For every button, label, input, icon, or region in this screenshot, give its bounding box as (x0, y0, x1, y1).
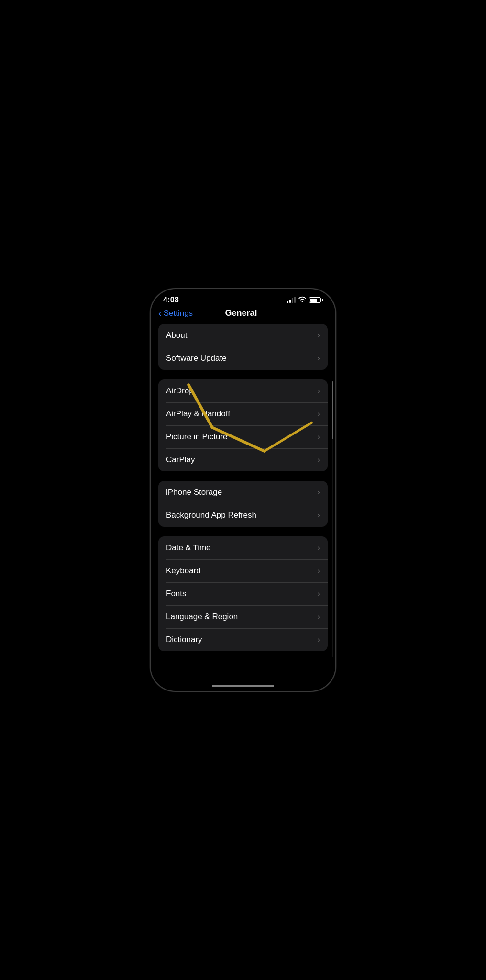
settings-row-keyboard[interactable]: Keyboard› (158, 559, 328, 582)
settings-label-language-region: Language & Region (166, 612, 238, 622)
settings-label-about: About (166, 331, 187, 340)
home-indicator (212, 685, 274, 687)
chevron-icon-carplay: › (317, 455, 320, 465)
settings-content: About›Software Update›AirDrop›AirPlay & … (151, 324, 335, 673)
chevron-icon-background-app-refresh: › (317, 511, 320, 520)
settings-row-about[interactable]: About› (158, 324, 328, 347)
back-chevron-icon: ‹ (158, 308, 162, 318)
settings-row-picture-in-picture[interactable]: Picture in Picture› (158, 425, 328, 448)
settings-row-iphone-storage[interactable]: iPhone Storage› (158, 481, 328, 504)
phone-inner: 4:08 (151, 289, 335, 691)
settings-label-picture-in-picture: Picture in Picture (166, 432, 228, 442)
chevron-icon-iphone-storage: › (317, 488, 320, 497)
settings-group-group3: iPhone Storage›Background App Refresh› (158, 481, 328, 527)
scrollbar-track (332, 381, 333, 657)
status-time: 4:08 (163, 296, 179, 304)
settings-row-date-time[interactable]: Date & Time› (158, 536, 328, 559)
chevron-icon-software-update: › (317, 354, 320, 363)
battery-icon (309, 297, 323, 303)
settings-row-dictionary[interactable]: Dictionary› (158, 628, 328, 651)
settings-label-software-update: Software Update (166, 354, 227, 363)
chevron-icon-fonts: › (317, 589, 320, 599)
settings-label-fonts: Fonts (166, 589, 187, 599)
settings-row-airplay-handoff[interactable]: AirPlay & Handoff› (158, 402, 328, 425)
scrollbar-thumb (332, 381, 333, 439)
chevron-icon-dictionary: › (317, 635, 320, 645)
settings-row-airdrop[interactable]: AirDrop› (158, 379, 328, 402)
back-button-label: Settings (164, 309, 193, 318)
settings-label-keyboard: Keyboard (166, 566, 201, 576)
phone-frame: 4:08 (150, 288, 336, 692)
settings-label-carplay: CarPlay (166, 455, 195, 465)
chevron-icon-keyboard: › (317, 566, 320, 576)
settings-label-airplay-handoff: AirPlay & Handoff (166, 409, 230, 419)
settings-row-software-update[interactable]: Software Update› (158, 347, 328, 370)
chevron-icon-airdrop: › (317, 386, 320, 396)
wifi-icon (298, 296, 306, 304)
settings-label-date-time: Date & Time (166, 543, 211, 553)
settings-row-language-region[interactable]: Language & Region› (158, 605, 328, 628)
dynamic-island (214, 294, 272, 310)
chevron-icon-language-region: › (317, 612, 320, 622)
signal-icon (287, 297, 296, 303)
settings-label-iphone-storage: iPhone Storage (166, 488, 222, 497)
back-button[interactable]: ‹ Settings (158, 309, 193, 318)
settings-group-group2: AirDrop›AirPlay & Handoff›Picture in Pic… (158, 379, 328, 471)
settings-row-fonts[interactable]: Fonts› (158, 582, 328, 605)
settings-label-airdrop: AirDrop (166, 386, 194, 396)
settings-row-carplay[interactable]: CarPlay› (158, 448, 328, 471)
settings-label-dictionary: Dictionary (166, 635, 202, 645)
settings-group-group4: Date & Time›Keyboard›Fonts›Language & Re… (158, 536, 328, 651)
chevron-icon-airplay-handoff: › (317, 409, 320, 419)
settings-row-background-app-refresh[interactable]: Background App Refresh› (158, 504, 328, 527)
chevron-icon-date-time: › (317, 543, 320, 553)
settings-group-group1: About›Software Update› (158, 324, 328, 370)
settings-label-background-app-refresh: Background App Refresh (166, 511, 256, 520)
status-icons (287, 296, 323, 304)
chevron-icon-about: › (317, 331, 320, 340)
chevron-icon-picture-in-picture: › (317, 432, 320, 442)
